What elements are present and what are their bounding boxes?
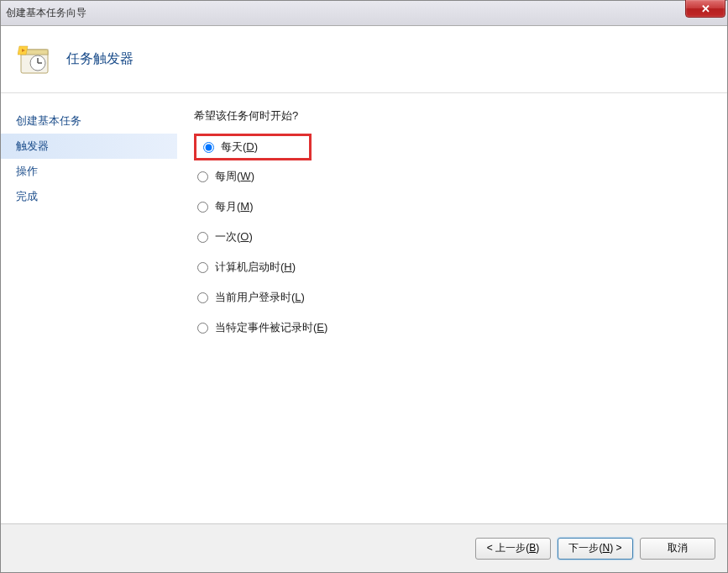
- sidebar: 创建基本任务 触发器 操作 完成: [1, 93, 177, 523]
- next-button[interactable]: 下一步(N) >: [558, 538, 633, 560]
- trigger-option-d[interactable]: 每天(D): [194, 134, 312, 160]
- trigger-radio-o[interactable]: [197, 232, 208, 243]
- close-icon: ✕: [701, 3, 710, 15]
- wizard-footer: < 上一步(B) 下一步(N) > 取消: [1, 523, 727, 572]
- trigger-radio-e[interactable]: [197, 323, 208, 334]
- main-panel: 希望该任务何时开始? 每天(D)每周(W)每月(M)一次(O)计算机启动时(H)…: [177, 93, 727, 523]
- trigger-option-w[interactable]: 每周(W): [194, 167, 710, 186]
- close-button[interactable]: ✕: [685, 0, 725, 18]
- trigger-option-label: 每月(M): [215, 199, 254, 214]
- sidebar-item-label: 创建基本任务: [16, 114, 81, 127]
- cancel-button[interactable]: 取消: [640, 538, 715, 560]
- cancel-button-label: 取消: [668, 541, 688, 555]
- trigger-option-h[interactable]: 计算机启动时(H): [194, 258, 710, 276]
- titlebar-title: 创建基本任务向导: [6, 6, 86, 20]
- trigger-radio-d[interactable]: [203, 142, 214, 153]
- trigger-option-l[interactable]: 当前用户登录时(L): [194, 288, 710, 307]
- trigger-option-label: 当特定事件被记录时(E): [215, 320, 327, 335]
- trigger-question-label: 希望该任务何时开始?: [194, 108, 710, 124]
- trigger-radio-w[interactable]: [197, 171, 208, 182]
- wizard-window: 创建基本任务向导 ✕ 任务触发器 创建基本任务 触发器: [0, 0, 728, 573]
- sidebar-item-action[interactable]: 操作: [1, 159, 177, 184]
- trigger-radio-h[interactable]: [197, 262, 208, 273]
- sidebar-item-label: 触发器: [16, 139, 49, 152]
- trigger-option-e[interactable]: 当特定事件被记录时(E): [194, 318, 710, 337]
- back-button[interactable]: < 上一步(B): [475, 538, 551, 560]
- trigger-radio-m[interactable]: [197, 202, 208, 213]
- task-scheduler-icon: [18, 43, 51, 76]
- trigger-radio-group: 每天(D)每周(W)每月(M)一次(O)计算机启动时(H)当前用户登录时(L)当…: [194, 139, 710, 337]
- trigger-option-label: 一次(O): [215, 229, 253, 244]
- titlebar: 创建基本任务向导 ✕: [1, 1, 727, 26]
- wizard-content: 创建基本任务 触发器 操作 完成 希望该任务何时开始? 每天(D)每周(W)每月…: [1, 93, 727, 523]
- trigger-option-m[interactable]: 每月(M): [194, 197, 710, 216]
- sidebar-item-create-task[interactable]: 创建基本任务: [1, 108, 177, 134]
- trigger-option-label: 每周(W): [215, 169, 254, 184]
- trigger-option-label: 计算机启动时(H): [215, 260, 296, 275]
- trigger-radio-l[interactable]: [197, 292, 208, 303]
- sidebar-item-label: 操作: [16, 165, 38, 177]
- back-button-label: < 上一步(B): [487, 541, 539, 555]
- sidebar-item-trigger[interactable]: 触发器: [1, 134, 177, 159]
- sidebar-item-finish[interactable]: 完成: [1, 184, 177, 209]
- wizard-header: 任务触发器: [1, 26, 727, 93]
- trigger-option-o[interactable]: 一次(O): [194, 228, 710, 246]
- next-button-label: 下一步(N) >: [568, 541, 621, 555]
- sidebar-item-label: 完成: [16, 190, 38, 202]
- trigger-option-label: 当前用户登录时(L): [215, 290, 305, 305]
- trigger-option-label: 每天(D): [221, 139, 258, 155]
- page-title: 任务触发器: [66, 50, 134, 68]
